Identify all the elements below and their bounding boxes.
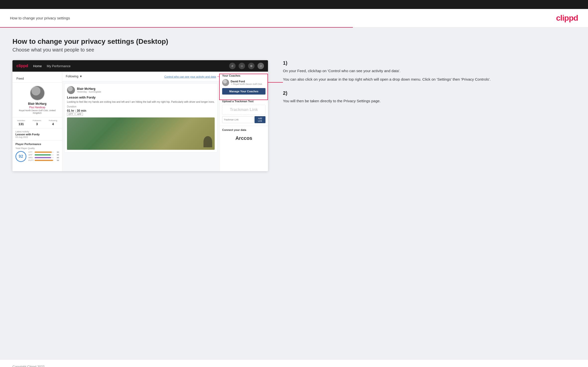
coach-item: David Ford ☉ Royal North Devon Golf Club <box>222 79 265 86</box>
nav-home[interactable]: Home <box>33 64 42 68</box>
bar-ott-track <box>35 152 54 153</box>
footer: Copyright Clippd 2022 <box>0 360 588 367</box>
bar-ott-val: 90 <box>55 151 59 153</box>
tpq-content: 92 OTT 90 <box>15 151 59 162</box>
post-title: Lesson with Fordy <box>67 96 215 99</box>
bar-app-track <box>35 154 54 156</box>
tpq-bars: OTT 90 APP <box>28 151 59 162</box>
manage-coaches-button[interactable]: Manage Your Coaches <box>222 88 265 95</box>
player-perf-title: Player Performance <box>15 143 59 146</box>
bar-app-fill <box>35 154 51 156</box>
page-subtitle: Choose what you want people to see <box>12 47 576 53</box>
bar-app-val: 85 <box>55 154 59 156</box>
stat-following-value: 4 <box>52 122 54 126</box>
stat-followers-label: Followers <box>33 119 41 122</box>
step1-text2: You can also click on your avatar in the… <box>283 76 576 82</box>
post-desc: Looking to feel like my hands are exitin… <box>67 100 215 104</box>
trackman-input[interactable] <box>222 116 254 123</box>
connect-title: Connect your data <box>222 128 265 131</box>
bar-ott-fill <box>35 152 52 153</box>
bar-arg-track <box>35 157 54 158</box>
post-avatar <box>67 86 75 94</box>
post-card: Blair McHarg Yesterday · Sunningdale Les… <box>64 83 217 153</box>
instruction-step2: 2) You will then be taken directly to th… <box>283 90 576 104</box>
page-title: How to change your privacy settings (Des… <box>12 38 576 46</box>
control-link[interactable]: Control who can see your activity and da… <box>164 75 216 78</box>
stat-activities-value: 131 <box>18 122 24 126</box>
step1-text1: On your Feed, click/tap on 'Control who … <box>283 68 576 74</box>
bar-putt-fill <box>35 160 53 161</box>
bar-ott-label: OTT <box>28 151 34 153</box>
coaches-section: Your Coaches David Ford ☉ Royal North De… <box>220 72 268 97</box>
app-navbar: clippd Home My Performance ☌ ☺ ⊕ ♬ <box>12 60 268 72</box>
user-name: Blair McHarg <box>15 102 59 105</box>
bar-arg-val: 86 <box>55 157 59 159</box>
bar-putt-label: PUTT <box>28 159 34 161</box>
chevron-down-icon: ▼ <box>79 75 82 78</box>
nav-icons: ☌ ☺ ⊕ ♬ <box>229 63 264 69</box>
post-duration-label: Duration <box>67 105 215 108</box>
tpq-circle: 92 <box>15 151 26 162</box>
stat-activities-label: Activities <box>17 119 25 122</box>
stat-activities: Activities 131 <box>17 119 25 126</box>
user-avatar <box>30 86 45 101</box>
post-tags: OTT APP <box>67 112 215 116</box>
search-icon[interactable]: ☌ <box>229 63 236 69</box>
logo: clippd <box>556 13 578 23</box>
connect-section: Connect your data Arccos <box>220 126 268 146</box>
app-logo: clippd <box>16 64 28 68</box>
bar-arg-label: ARG <box>28 157 34 159</box>
main-content: How to change your privacy settings (Des… <box>0 28 588 360</box>
coach-club: ☉ Royal North Devon Golf Club <box>231 83 262 85</box>
trackman-add-button[interactable]: Add Link <box>255 116 265 123</box>
app-feed: Following ▼ Control who can see your act… <box>62 72 219 171</box>
trackman-placeholder: Trackman Link <box>222 105 265 115</box>
bar-app-label: APP <box>28 154 34 156</box>
copyright: Copyright Clippd 2022 <box>12 365 45 367</box>
app-right-panel: Your Coaches David Ford ☉ Royal North De… <box>219 72 268 171</box>
location-icon: ☉ <box>231 83 233 85</box>
app-mockup-wrapper: clippd Home My Performance ☌ ☺ ⊕ ♬ F <box>12 60 268 171</box>
app-body: Feed Blair McHarg Plus Handicap Royal No… <box>12 72 268 171</box>
avatar-icon[interactable]: ♬ <box>258 63 264 69</box>
latest-value: Lesson with Fordy <box>15 133 59 136</box>
app-mockup: clippd Home My Performance ☌ ☺ ⊕ ♬ F <box>12 60 268 171</box>
trackman-input-row: Add Link <box>222 116 265 123</box>
latest-date: 03 Aug 2022 <box>15 136 59 138</box>
post-author-meta: Yesterday · Sunningdale <box>77 91 101 93</box>
player-performance: Player Performance Total Player Quality … <box>12 141 62 164</box>
step2-number: 2) <box>283 90 576 96</box>
user-card: Blair McHarg Plus Handicap Royal North D… <box>12 83 62 117</box>
step2-text: You will then be taken directly to the P… <box>283 98 576 104</box>
post-author: Blair McHarg Yesterday · Sunningdale <box>67 86 215 94</box>
coach-name: David Ford <box>231 80 262 83</box>
step1-number: 1) <box>283 60 576 66</box>
user-club: Royal North Devon Golf Club, United King… <box>15 109 59 114</box>
feed-tab[interactable]: Feed <box>12 75 62 83</box>
stat-followers-value: 3 <box>36 122 38 126</box>
top-bar <box>0 0 588 9</box>
coaches-title: Your Coaches <box>222 74 265 77</box>
tag-app: APP <box>75 112 83 116</box>
tag-ott: OTT <box>67 112 74 116</box>
nav-my-performance[interactable]: My Performance <box>47 64 70 68</box>
app-sidebar: Feed Blair McHarg Plus Handicap Royal No… <box>12 72 62 171</box>
instruction-step1: 1) On your Feed, click/tap on 'Control w… <box>283 60 576 82</box>
user-badge: Plus Handicap <box>15 106 59 109</box>
following-dropdown[interactable]: Following ▼ <box>66 75 82 78</box>
bar-arg-fill <box>35 157 51 158</box>
arccos-logo: Arccos <box>222 133 265 143</box>
bar-putt-track <box>35 160 54 161</box>
user-icon[interactable]: ☺ <box>239 63 245 69</box>
plus-icon[interactable]: ⊕ <box>248 63 255 69</box>
bar-arg: ARG 86 <box>28 157 59 159</box>
bar-putt: PUTT 96 <box>28 159 59 161</box>
demo-area: clippd Home My Performance ☌ ☺ ⊕ ♬ F <box>12 60 576 171</box>
step1-text: On your Feed, click/tap on 'Control who … <box>283 68 576 82</box>
bar-putt-val: 96 <box>55 159 59 161</box>
bar-app: APP 85 <box>28 154 59 156</box>
post-image <box>67 117 215 150</box>
step2-text1: You will then be taken directly to the P… <box>283 98 576 104</box>
trackman-section: Upload a Trackman Test Trackman Link Add… <box>220 97 268 126</box>
page-heading: How to change your privacy settings (Des… <box>12 38 576 53</box>
